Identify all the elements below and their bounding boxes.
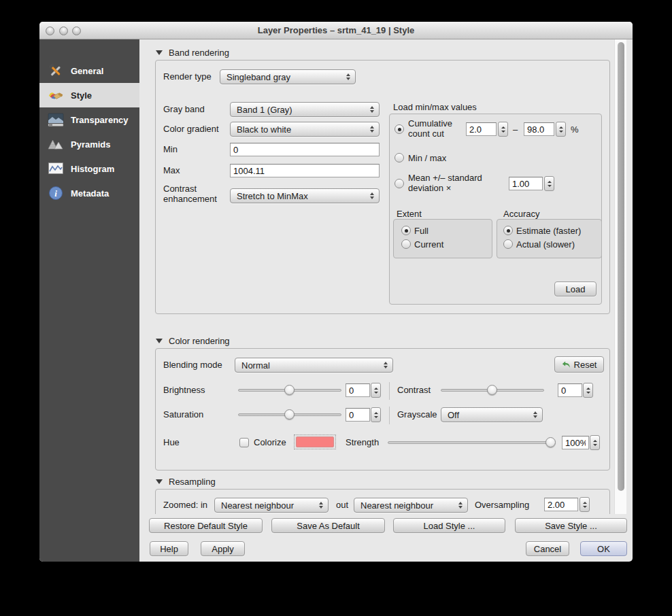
button-label: Cancel <box>534 544 561 554</box>
save-style-button[interactable]: Save Style ... <box>515 518 627 533</box>
separator <box>389 407 390 424</box>
colorize-color-button[interactable] <box>294 434 336 449</box>
contrast-slider[interactable] <box>441 385 544 396</box>
max-label: Max <box>163 165 180 175</box>
contrast-stepper[interactable] <box>583 383 593 398</box>
strength-stepper[interactable] <box>590 435 600 450</box>
slider-thumb[interactable] <box>284 409 295 420</box>
zoomed-out-select[interactable]: Nearest neighbour <box>354 498 468 513</box>
cumulative-max-input[interactable] <box>524 122 554 136</box>
gray-band-value: Band 1 (Gray) <box>237 105 292 115</box>
min-input[interactable] <box>230 143 380 156</box>
stddev-stepper[interactable] <box>544 176 554 191</box>
resampling-header[interactable]: Resampling <box>156 477 216 487</box>
collapse-triangle-icon <box>156 479 163 484</box>
slider-thumb[interactable] <box>284 385 295 395</box>
svg-text:i: i <box>54 188 57 199</box>
cancel-button[interactable]: Cancel <box>526 541 569 556</box>
histogram-icon <box>46 160 65 177</box>
help-button[interactable]: Help <box>150 541 188 556</box>
cumulative-max-stepper[interactable] <box>556 122 566 137</box>
saturation-input[interactable] <box>346 408 370 422</box>
strength-input[interactable] <box>562 436 589 449</box>
zoomed-out-label: out <box>336 500 348 510</box>
window-title: Layer Properties – srtm_41_19 | Style <box>39 25 633 35</box>
title-bar: Layer Properties – srtm_41_19 | Style <box>39 22 633 39</box>
zoomed-in-select[interactable]: Nearest neighbour <box>214 498 329 513</box>
button-label: Apply <box>212 544 234 554</box>
color-gradient-label: Color gradient <box>163 124 219 134</box>
extent-full-radio[interactable] <box>401 226 411 235</box>
strength-label: Strength <box>346 437 379 447</box>
strength-slider[interactable] <box>388 437 554 448</box>
stddev-label: Mean +/– standard deviation × <box>408 173 507 193</box>
extent-group <box>393 219 492 258</box>
percent-label: % <box>571 124 579 135</box>
color-gradient-select[interactable]: Black to white <box>230 122 380 137</box>
accuracy-actual-radio[interactable] <box>503 239 513 249</box>
accuracy-group <box>497 219 602 258</box>
band-rendering-header[interactable]: Band rendering <box>156 48 229 58</box>
oversampling-stepper[interactable] <box>579 497 590 512</box>
cumulative-count-cut-label: Cumulative count cut <box>408 118 466 139</box>
stddev-input[interactable] <box>509 177 543 190</box>
sidebar-item-transparency[interactable]: Transparency <box>39 107 139 132</box>
stddev-radio[interactable] <box>394 179 404 188</box>
load-style-button[interactable]: Load Style ... <box>393 518 505 533</box>
sidebar-item-histogram[interactable]: Histogram <box>39 156 139 181</box>
reset-button[interactable]: Reset <box>554 356 604 373</box>
color-rendering-header[interactable]: Color rendering <box>156 336 230 346</box>
sidebar-item-pyramids[interactable]: Pyramids <box>39 132 139 156</box>
contrast-enhancement-select[interactable]: Stretch to MinMax <box>230 188 380 203</box>
accuracy-actual-label: Actual (slower) <box>516 239 575 250</box>
button-label: Save As Default <box>297 521 360 531</box>
sidebar-item-metadata[interactable]: i Metadata <box>39 181 139 205</box>
separator <box>389 382 390 400</box>
grayscale-select[interactable]: Off <box>441 407 543 422</box>
accuracy-estimate-radio[interactable] <box>503 226 513 235</box>
min-max-radio[interactable] <box>394 153 404 162</box>
load-minmax-title: Load min/max values <box>393 102 477 112</box>
vertical-scrollbar[interactable] <box>614 39 626 514</box>
sidebar-item-general[interactable]: General <box>39 58 139 83</box>
saturation-slider[interactable] <box>238 409 341 420</box>
brightness-slider[interactable] <box>238 385 341 396</box>
extent-title: Extent <box>397 209 422 219</box>
sidebar-item-label: Metadata <box>71 188 109 199</box>
popup-arrows-icon <box>346 73 350 80</box>
sidebar-item-label: General <box>71 66 103 76</box>
brightness-stepper[interactable] <box>371 383 381 398</box>
gray-band-select[interactable]: Band 1 (Gray) <box>230 102 380 117</box>
grayscale-label: Grayscale <box>397 409 437 420</box>
save-as-default-button[interactable]: Save As Default <box>271 518 385 533</box>
slider-thumb[interactable] <box>487 385 497 395</box>
ok-button[interactable]: OK <box>580 541 627 556</box>
blending-mode-select[interactable]: Normal <box>235 358 393 373</box>
popup-arrows-icon <box>533 411 537 418</box>
cumulative-min-input[interactable] <box>466 122 497 136</box>
color-swatch <box>296 437 334 447</box>
reset-button-label: Reset <box>574 360 597 370</box>
colorize-checkbox[interactable] <box>239 438 249 447</box>
extent-current-radio[interactable] <box>401 239 411 249</box>
range-dash: – <box>513 124 518 135</box>
cumulative-count-cut-radio[interactable] <box>394 124 404 134</box>
sidebar-item-style[interactable]: Style <box>39 83 139 107</box>
button-label: Load Style ... <box>424 521 475 531</box>
render-type-select[interactable]: Singleband gray <box>220 69 356 84</box>
brightness-input[interactable] <box>346 383 370 397</box>
contrast-input[interactable] <box>558 383 582 397</box>
restore-default-style-button[interactable]: Restore Default Style <box>149 518 263 533</box>
sidebar-item-label: Histogram <box>71 164 114 174</box>
load-button[interactable]: Load <box>554 281 597 296</box>
popup-arrows-icon <box>370 126 374 133</box>
collapse-triangle-icon <box>156 50 163 55</box>
cumulative-min-stepper[interactable] <box>498 122 508 137</box>
oversampling-input[interactable] <box>544 498 578 511</box>
saturation-label: Saturation <box>163 409 203 420</box>
max-input[interactable] <box>230 164 380 177</box>
scrollbar-thumb[interactable] <box>618 42 624 491</box>
slider-thumb[interactable] <box>545 437 556 447</box>
apply-button[interactable]: Apply <box>201 541 245 556</box>
saturation-stepper[interactable] <box>371 407 381 422</box>
